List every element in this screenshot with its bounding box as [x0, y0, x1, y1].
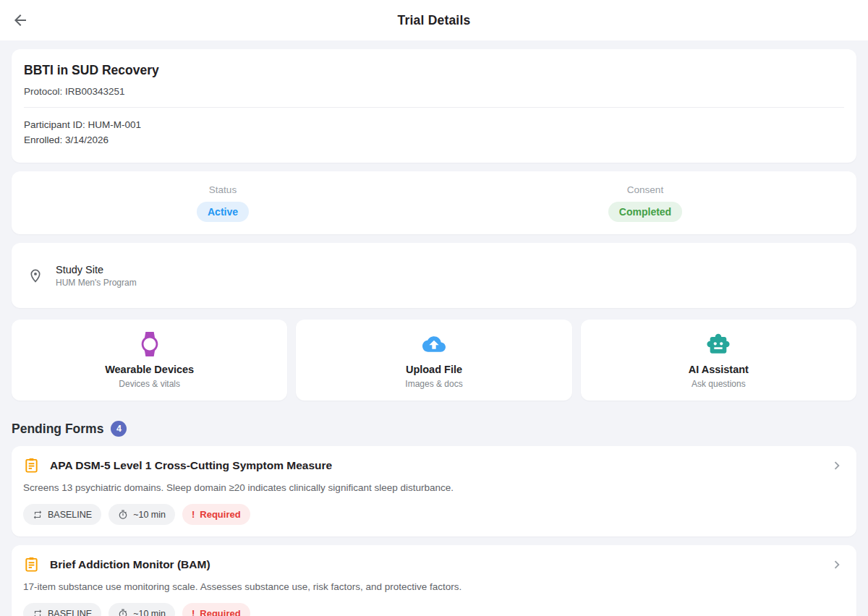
clipboard-icon — [23, 457, 40, 474]
consent-column: Consent Completed — [434, 184, 856, 222]
exclamation-icon: ! — [192, 509, 195, 520]
page-title: Trial Details — [0, 13, 868, 28]
phase-label: BASELINE — [48, 609, 92, 616]
status-column: Status Active — [12, 184, 434, 222]
form-card-apa-dsm5[interactable]: APA DSM-5 Level 1 Cross-Cutting Symptom … — [12, 446, 856, 536]
site-name: HUM Men's Program — [56, 278, 137, 288]
back-button[interactable] — [12, 12, 29, 29]
duration-label: ~10 min — [133, 609, 166, 616]
action-title: AI Assistant — [689, 364, 749, 375]
exclamation-icon: ! — [192, 608, 195, 616]
phase-chip: BASELINE — [23, 603, 101, 616]
pending-forms-count-badge: 4 — [111, 421, 127, 437]
repeat-icon — [33, 609, 43, 616]
form-description: 17-item substance use monitoring scale. … — [23, 580, 845, 594]
participant-id: Participant ID: HUM-M-001 — [24, 117, 844, 132]
watch-icon — [137, 331, 162, 357]
ai-assistant-card[interactable]: AI Assistant Ask questions — [581, 320, 856, 401]
cloud-upload-icon — [420, 331, 448, 357]
form-card-bam[interactable]: Brief Addiction Monitor (BAM) 17-item su… — [12, 545, 856, 616]
chevron-right-icon[interactable] — [829, 557, 845, 573]
action-subtitle: Devices & vitals — [119, 379, 180, 389]
status-consent-card: Status Active Consent Completed — [12, 171, 856, 234]
required-label: Required — [200, 608, 240, 616]
site-label: Study Site — [56, 264, 137, 275]
required-chip: ! Required — [182, 504, 250, 525]
divider — [24, 107, 844, 108]
robot-icon — [706, 331, 731, 357]
trial-protocol: Protocol: IRB00343251 — [24, 86, 844, 97]
action-title: Wearable Devices — [105, 364, 194, 375]
site-text: Study Site HUM Men's Program — [56, 264, 137, 288]
status-badge: Active — [197, 202, 249, 222]
quick-actions-row: Wearable Devices Devices & vitals Upload… — [12, 320, 856, 401]
timer-icon — [118, 510, 128, 520]
content: BBTI in SUD Recovery Protocol: IRB003432… — [0, 40, 868, 616]
study-site-card: Study Site HUM Men's Program — [12, 243, 856, 308]
trial-details-screen: Trial Details BBTI in SUD Recovery Proto… — [0, 0, 868, 616]
action-subtitle: Images & docs — [405, 379, 462, 389]
form-title: APA DSM-5 Level 1 Cross-Cutting Symptom … — [50, 459, 819, 472]
arrow-left-icon — [12, 12, 29, 29]
upload-file-card[interactable]: Upload File Images & docs — [296, 320, 571, 401]
form-description: Screens 13 psychiatric domains. Sleep do… — [23, 481, 845, 495]
action-title: Upload File — [406, 364, 462, 375]
required-chip: ! Required — [182, 603, 250, 616]
status-label: Status — [209, 184, 237, 195]
form-tags: BASELINE ~10 min ! Required — [23, 504, 845, 525]
phase-chip: BASELINE — [23, 504, 101, 525]
repeat-icon — [33, 510, 43, 520]
action-subtitle: Ask questions — [692, 379, 746, 389]
pending-forms-header: Pending Forms 4 — [12, 421, 856, 437]
chevron-right-icon[interactable] — [829, 458, 845, 474]
trial-info-card: BBTI in SUD Recovery Protocol: IRB003432… — [12, 49, 856, 163]
form-title: Brief Addiction Monitor (BAM) — [50, 558, 819, 571]
duration-chip: ~10 min — [109, 504, 175, 525]
timer-icon — [118, 609, 128, 616]
phase-label: BASELINE — [48, 510, 92, 520]
location-pin-icon — [27, 268, 43, 283]
form-head: Brief Addiction Monitor (BAM) — [23, 556, 845, 573]
duration-chip: ~10 min — [109, 603, 175, 616]
duration-label: ~10 min — [133, 510, 166, 520]
consent-label: Consent — [627, 184, 663, 195]
clipboard-icon — [23, 556, 40, 573]
form-head: APA DSM-5 Level 1 Cross-Cutting Symptom … — [23, 457, 845, 474]
form-tags: BASELINE ~10 min ! Required — [23, 603, 845, 616]
consent-badge: Completed — [608, 202, 682, 222]
wearable-devices-card[interactable]: Wearable Devices Devices & vitals — [12, 320, 287, 401]
enrolled-date: Enrolled: 3/14/2026 — [24, 132, 844, 147]
required-label: Required — [200, 509, 240, 520]
app-header: Trial Details — [0, 0, 868, 40]
pending-forms-title: Pending Forms — [12, 422, 103, 437]
trial-name: BBTI in SUD Recovery — [24, 63, 844, 78]
